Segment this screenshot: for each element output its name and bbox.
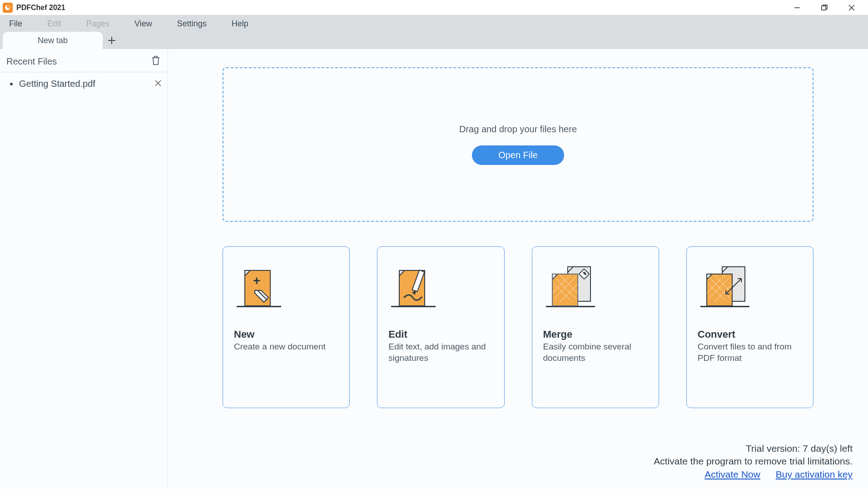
recent-file-name: Getting Started.pdf	[19, 79, 149, 89]
sidebar-recent-files: Recent Files Getting Started.pdf	[0, 49, 168, 489]
card-edit-title: Edit	[388, 329, 493, 340]
trial-notice: Trial version: 7 day(s) left Activate th…	[654, 442, 853, 481]
menu-help[interactable]: Help	[232, 19, 248, 29]
action-cards: + New Create a new document	[223, 246, 813, 408]
sidebar-header: Recent Files	[0, 54, 168, 72]
menu-pages: Pages	[86, 19, 109, 29]
menubar: File Edit Pages View Settings Help	[0, 15, 868, 32]
buy-activation-key-link[interactable]: Buy activation key	[776, 469, 853, 479]
minimize-button[interactable]	[784, 0, 811, 15]
recent-files-label: Recent Files	[6, 56, 57, 67]
file-dropzone[interactable]: Drag and drop your files here Open File	[223, 67, 813, 222]
tabstrip: New tab	[0, 32, 868, 49]
trial-days-left: Trial version: 7 day(s) left	[654, 442, 853, 455]
card-convert-desc: Convert files to and from PDF format	[698, 341, 802, 364]
menu-settings[interactable]: Settings	[177, 19, 207, 29]
card-merge[interactable]: Merge Easily combine several documents	[532, 246, 659, 408]
open-file-button[interactable]: Open File	[472, 145, 564, 165]
merge-documents-icon	[543, 259, 648, 310]
menu-edit: Edit	[47, 19, 61, 29]
svg-text:+: +	[253, 274, 260, 288]
edit-document-icon	[388, 259, 493, 310]
menu-file[interactable]: File	[9, 19, 22, 29]
svg-rect-2	[822, 6, 826, 10]
card-new[interactable]: + New Create a new document	[223, 246, 350, 408]
app-title: PDFChef 2021	[16, 4, 65, 12]
main-content: Drag and drop your files here Open File …	[168, 49, 868, 489]
card-edit-desc: Edit text, add images and signatures	[388, 341, 493, 364]
convert-document-icon	[698, 259, 802, 310]
card-merge-title: Merge	[543, 329, 648, 340]
titlebar: PDFChef 2021	[0, 0, 868, 15]
card-convert-title: Convert	[698, 329, 802, 340]
bullet-icon	[10, 83, 13, 85]
close-icon	[155, 80, 161, 86]
card-new-title: New	[234, 329, 338, 340]
workspace: Recent Files Getting Started.pdf Drag an…	[0, 49, 868, 489]
trash-icon	[151, 55, 160, 65]
close-button[interactable]	[838, 0, 865, 15]
tab-label: New tab	[38, 36, 68, 45]
maximize-button[interactable]	[811, 0, 838, 15]
card-merge-desc: Easily combine several documents	[543, 341, 648, 364]
tab-add-button[interactable]	[103, 32, 121, 49]
clear-recent-button[interactable]	[151, 55, 160, 67]
card-convert[interactable]: Convert Convert files to and from PDF fo…	[686, 246, 813, 408]
trial-message: Activate the program to remove trial lim…	[654, 455, 853, 468]
window-controls	[784, 0, 865, 15]
menu-view[interactable]: View	[134, 19, 152, 29]
card-new-desc: Create a new document	[234, 341, 338, 353]
remove-recent-button[interactable]	[155, 79, 161, 89]
tab-new-tab[interactable]: New tab	[3, 32, 103, 49]
dropzone-text: Drag and drop your files here	[459, 124, 577, 135]
recent-file-item[interactable]: Getting Started.pdf	[0, 72, 168, 95]
app-icon	[3, 3, 13, 13]
card-edit[interactable]: Edit Edit text, add images and signature…	[377, 246, 504, 408]
new-document-icon: +	[234, 259, 338, 310]
activate-now-link[interactable]: Activate Now	[704, 469, 760, 479]
